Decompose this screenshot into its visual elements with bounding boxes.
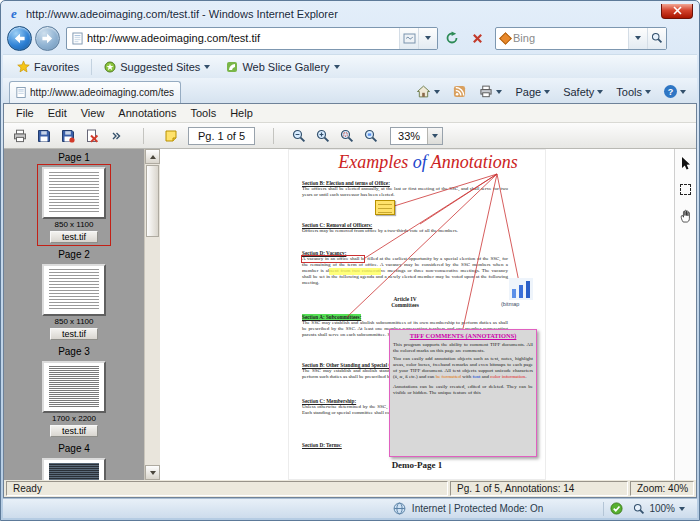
triangle-up-icon bbox=[150, 155, 156, 159]
chevron-down-icon bbox=[679, 507, 685, 511]
printer-icon bbox=[13, 129, 27, 143]
address-field[interactable] bbox=[67, 32, 399, 45]
article-line2: Committees bbox=[302, 302, 508, 308]
thumbnail-size: 1700 x 2200 bbox=[52, 414, 96, 424]
thumbnail-image[interactable] bbox=[42, 458, 106, 480]
safety-menu-button[interactable]: Safety bbox=[558, 84, 608, 100]
red-box-annotation[interactable] bbox=[301, 255, 365, 263]
feeds-button[interactable] bbox=[448, 83, 471, 100]
tiff-comment-annotation[interactable]: TIFF COMMENTS (ANNOTATIONS) This program… bbox=[389, 329, 537, 457]
thumbnail-image[interactable] bbox=[42, 264, 106, 316]
back-button[interactable] bbox=[7, 26, 32, 51]
sticky-note-annotation[interactable] bbox=[375, 200, 395, 215]
favorites-button[interactable]: Favorites bbox=[10, 58, 86, 75]
note-tool-button[interactable] bbox=[160, 126, 182, 146]
suggested-sites-button[interactable]: Suggested Sites bbox=[97, 59, 217, 75]
close-button[interactable] bbox=[661, 4, 693, 19]
save-as-button[interactable] bbox=[57, 126, 79, 146]
print-icon bbox=[479, 85, 493, 98]
thumbnail-image[interactable] bbox=[42, 167, 106, 219]
thumbnail-image[interactable] bbox=[42, 361, 106, 413]
zoom-selection-icon bbox=[340, 129, 354, 143]
page-footer: Demo-Page 1 bbox=[289, 460, 545, 470]
thumbnail-label: Page 1 bbox=[58, 152, 90, 164]
search-dropdown-button[interactable] bbox=[628, 28, 647, 49]
menu-file[interactable]: File bbox=[9, 105, 41, 121]
home-button[interactable] bbox=[411, 83, 445, 100]
search-go-button[interactable] bbox=[647, 28, 666, 49]
thumbnail-scrollbar[interactable] bbox=[144, 149, 160, 480]
chevron-down-icon bbox=[597, 90, 603, 94]
comment-text: . bbox=[525, 374, 526, 379]
comment-formatted-orange: be formatted bbox=[436, 374, 461, 379]
print-page-button[interactable] bbox=[9, 126, 31, 146]
tab-test-tif[interactable]: http://www.adeoimaging.com/test.tif bbox=[9, 81, 181, 103]
zoom-select-button[interactable] bbox=[336, 126, 358, 146]
menu-help[interactable]: Help bbox=[223, 105, 260, 121]
zoom-out-button[interactable] bbox=[288, 126, 310, 146]
web-slice-gallery-button[interactable]: Web Slice Gallery bbox=[219, 59, 346, 75]
refresh-button[interactable] bbox=[441, 27, 463, 49]
chevron-down-icon bbox=[544, 90, 550, 94]
page-navigation[interactable]: Pg. 1 of 5 bbox=[188, 127, 255, 145]
comment-text: with bbox=[461, 374, 472, 379]
stop-icon bbox=[472, 33, 483, 44]
url-input[interactable] bbox=[87, 32, 394, 44]
page-menu-button[interactable]: Page bbox=[510, 84, 555, 100]
address-dropdown-button[interactable] bbox=[418, 28, 437, 49]
menu-view[interactable]: View bbox=[74, 105, 112, 121]
address-bar bbox=[66, 27, 438, 50]
select-tool-button[interactable] bbox=[677, 181, 694, 198]
thumbnail-page-3[interactable]: Page 3 1700 x 2200 test.tif bbox=[4, 346, 144, 440]
section-c: Section C: Removal of Officers: Officers… bbox=[302, 222, 508, 234]
thumbnail-page-2[interactable]: Page 2 850 x 1100 test.tif bbox=[4, 249, 144, 343]
status-ready: Ready bbox=[6, 481, 448, 496]
bitmap-annotation[interactable] bbox=[509, 278, 533, 302]
document-viewport[interactable]: Examples of Annotations Section B: Elect… bbox=[160, 149, 674, 480]
marquee-select-icon bbox=[680, 184, 691, 195]
rss-feed-icon bbox=[453, 85, 466, 98]
browser-zoom-button[interactable]: 100% bbox=[629, 502, 689, 516]
viewer-menu-bar: File Edit View Annotations Tools Help bbox=[4, 104, 696, 123]
delete-page-button[interactable] bbox=[81, 126, 103, 146]
scrollbar-track[interactable] bbox=[145, 238, 160, 465]
menu-tools[interactable]: Tools bbox=[183, 105, 223, 121]
tools-menu-label: Tools bbox=[616, 86, 642, 98]
print-button[interactable] bbox=[474, 83, 507, 100]
forward-button[interactable] bbox=[35, 26, 60, 51]
menu-annotations[interactable]: Annotations bbox=[111, 105, 183, 121]
zoom-fit-button[interactable] bbox=[360, 126, 382, 146]
scrollbar-thumb[interactable] bbox=[146, 165, 159, 237]
chevron-double-right-icon bbox=[111, 131, 122, 141]
article-heading: Article IV Committees bbox=[302, 296, 508, 309]
navigation-bar bbox=[3, 24, 697, 54]
toolbar-overflow-button[interactable] bbox=[105, 126, 127, 146]
pan-tool-button[interactable] bbox=[677, 207, 694, 224]
scroll-down-button[interactable] bbox=[145, 465, 160, 480]
comment-paragraph: This program supports the ability to com… bbox=[393, 342, 533, 354]
zoom-in-button[interactable] bbox=[312, 126, 334, 146]
zoom-dropdown-button[interactable] bbox=[427, 128, 442, 144]
ie-logo-icon: e bbox=[7, 6, 21, 22]
pointer-tool-button[interactable] bbox=[677, 155, 694, 172]
star-icon bbox=[17, 60, 30, 73]
zoom-level-combo[interactable]: 33% bbox=[390, 127, 443, 145]
menu-edit[interactable]: Edit bbox=[41, 105, 74, 121]
stop-button[interactable] bbox=[466, 27, 488, 49]
hand-icon bbox=[679, 209, 692, 223]
compatibility-view-icon bbox=[403, 33, 416, 44]
scroll-up-button[interactable] bbox=[145, 149, 160, 164]
forward-arrow-icon bbox=[41, 32, 54, 45]
save-button[interactable] bbox=[33, 126, 55, 146]
thumbnail-page-4[interactable]: Page 4 bbox=[4, 443, 144, 480]
tools-menu-button[interactable]: Tools bbox=[611, 84, 656, 100]
title-bar: e http://www.adeoimaging.com/test.tif - … bbox=[3, 3, 697, 24]
section-body: Officers may be removed from office by a… bbox=[302, 228, 458, 233]
search-input[interactable] bbox=[510, 32, 628, 44]
back-arrow-icon bbox=[13, 32, 26, 45]
compatibility-view-button[interactable] bbox=[399, 28, 418, 49]
thumbnail-page-1[interactable]: Page 1 850 x 1100 test.tif bbox=[4, 152, 144, 246]
green-highlight-annotation[interactable]: Section A: Subcommittees: bbox=[302, 314, 361, 320]
yellow-highlight-annotation[interactable] bbox=[329, 268, 381, 275]
help-button[interactable]: ? bbox=[659, 83, 691, 100]
